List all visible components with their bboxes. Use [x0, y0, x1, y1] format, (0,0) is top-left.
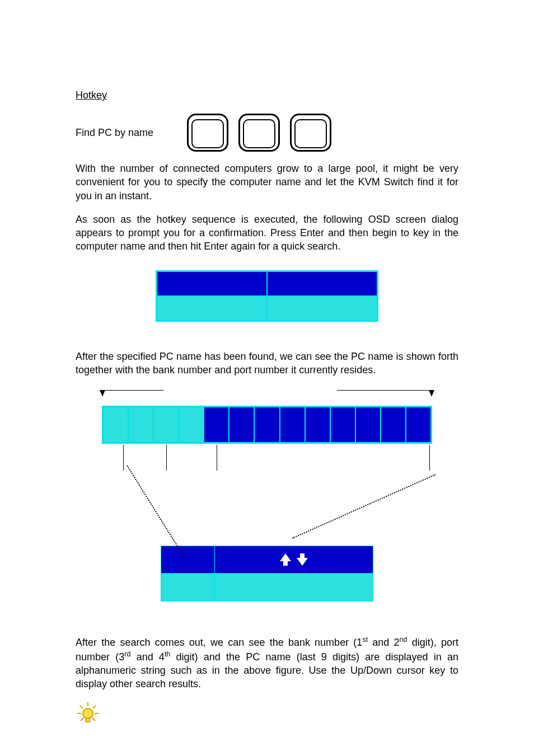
grid-cell	[204, 407, 229, 443]
osd-header-row	[157, 271, 377, 296]
svg-line-5	[81, 718, 83, 720]
grid-cell	[229, 407, 254, 443]
svg-line-1	[80, 706, 82, 708]
keycap-icon	[238, 114, 280, 152]
grid-cell	[128, 407, 153, 443]
svg-line-6	[92, 718, 95, 720]
left-pointer-icon	[102, 390, 163, 406]
paragraph-1: With the number of connected computers g…	[76, 162, 458, 203]
osd-nav-body	[161, 574, 373, 602]
svg-rect-8	[86, 718, 90, 722]
dotted-line-icon	[127, 466, 184, 556]
grid-cell	[330, 407, 355, 443]
paragraph-4: After the search comes out, we can see t…	[76, 635, 458, 691]
grid-cell	[254, 407, 279, 443]
paragraph-3: After the specified PC name has been fou…	[76, 350, 458, 377]
osd-nav-box	[161, 546, 373, 602]
osd-result-figure	[102, 390, 432, 602]
osd-dialog-small	[156, 270, 378, 322]
grid-cell	[153, 407, 179, 443]
grid-cell	[381, 407, 406, 443]
keycap-icon	[187, 114, 228, 152]
grid-cell	[355, 407, 381, 443]
tick-mark	[217, 445, 217, 471]
right-pointer-icon	[371, 390, 432, 406]
pointer-row	[102, 390, 432, 406]
document-page: Hotkey Find PC by name With the number o…	[0, 0, 534, 756]
osd-nav-header	[161, 546, 373, 574]
keycap-icon	[290, 114, 331, 152]
keycap-group	[187, 114, 331, 152]
grid-cell	[305, 407, 330, 443]
arrow-up-icon	[280, 553, 291, 566]
subtitle-text: Find PC by name	[76, 127, 153, 139]
paragraph-2: As soon as the hotkey sequence is execut…	[76, 213, 458, 253]
dotted-line-icon	[292, 475, 436, 539]
svg-point-7	[83, 708, 93, 719]
tip-lightbulb-icon	[76, 701, 100, 726]
svg-line-2	[93, 706, 96, 708]
dotted-guides	[102, 475, 432, 542]
grid-cell	[179, 407, 204, 443]
hotkey-heading: Hotkey	[76, 90, 458, 101]
osd-result-grid	[102, 406, 432, 444]
arrow-down-icon	[297, 553, 308, 566]
grid-cell	[103, 407, 128, 443]
osd-input-row	[157, 296, 377, 321]
grid-cell	[406, 407, 431, 443]
tick-mark	[429, 445, 430, 471]
tick-mark	[166, 445, 167, 471]
tick-mark	[123, 445, 124, 471]
subtitle-row: Find PC by name	[76, 114, 458, 152]
grid-cell	[280, 407, 305, 443]
